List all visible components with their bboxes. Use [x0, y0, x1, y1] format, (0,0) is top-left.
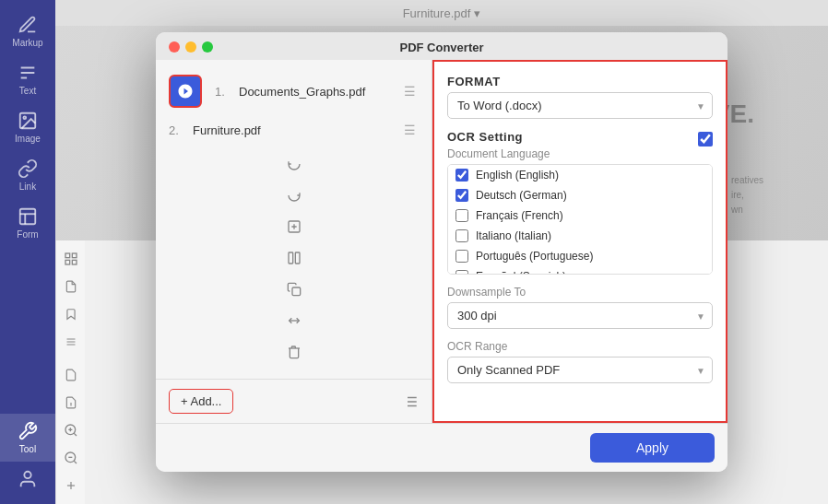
modal-footer: Apply — [156, 423, 727, 472]
main-area: Furniture.pdf ▾ TIVE. reatives ire,wn ut… — [55, 0, 828, 504]
ocr-range-section: OCR Range Only Scanned PDF All Pages Cus… — [447, 340, 713, 383]
modal-overlay: PDF Converter 1. — [55, 0, 828, 504]
file-list-footer: + Add... — [156, 379, 432, 423]
apply-button[interactable]: Apply — [590, 433, 715, 463]
format-label: FORMAT — [447, 75, 713, 88]
file-options-icon-2[interactable]: ☰ — [404, 123, 419, 137]
split-icon[interactable] — [280, 244, 308, 272]
window-controls — [169, 41, 213, 53]
downsample-section: Downsample To 300 dpi 150 dpi 72 dpi ▼ — [447, 286, 713, 329]
lang-checkbox-english[interactable] — [455, 169, 468, 182]
rotate-reverse-icon[interactable] — [280, 182, 308, 209]
doc-language-label: Document Language — [447, 147, 713, 160]
file-options-icon-1[interactable]: ☰ — [404, 84, 419, 99]
sidebar-item-markup[interactable]: Markup — [0, 7, 55, 55]
lang-checkbox-spanish[interactable] — [455, 270, 468, 275]
ocr-label: OCR Setting — [447, 130, 523, 144]
lang-item-english[interactable]: English (English) — [448, 165, 712, 185]
ocr-range-label: OCR Range — [447, 340, 713, 353]
settings-panel: FORMAT To Word (.docx) To Excel (.xlsx) … — [432, 60, 727, 423]
extract-icon[interactable] — [280, 213, 308, 240]
lang-item-italian[interactable]: Italiano (Italian) — [448, 226, 712, 246]
ocr-section: OCR Setting Document Language English (E… — [447, 130, 713, 275]
file-item-2[interactable]: 2. Furniture.pdf ☰ — [156, 115, 432, 145]
lang-checkbox-italian[interactable] — [455, 229, 468, 242]
delete-icon[interactable] — [280, 338, 308, 366]
sidebar-item-tool[interactable]: Tool — [0, 414, 55, 462]
modal-body: 1. Documents_Graphs.pdf ☰ 2. Furniture.p… — [156, 60, 727, 423]
modal-title: PDF Converter — [399, 41, 483, 54]
downsample-label: Downsample To — [447, 286, 713, 299]
window-maximize-button[interactable] — [202, 41, 213, 53]
ocr-range-select[interactable]: Only Scanned PDF All Pages Custom Range — [447, 357, 713, 383]
window-close-button[interactable] — [169, 41, 180, 53]
side-icons-panel — [156, 145, 432, 371]
file-list-content: 1. Documents_Graphs.pdf ☰ 2. Furniture.p… — [156, 60, 432, 379]
svg-point-1 — [23, 116, 26, 119]
downsample-select[interactable]: 300 dpi 150 dpi 72 dpi — [447, 302, 713, 329]
lang-item-french[interactable]: Français (French) — [448, 205, 712, 226]
downsample-select-wrap: 300 dpi 150 dpi 72 dpi ▼ — [447, 302, 713, 329]
lang-item-german[interactable]: Deutsch (German) — [448, 185, 712, 205]
file-item-1[interactable]: 1. Documents_Graphs.pdf ☰ — [156, 67, 432, 115]
file-thumb-1 — [169, 75, 202, 108]
add-files-button[interactable]: + Add... — [169, 389, 233, 414]
sidebar-item-image[interactable]: Image — [0, 103, 55, 151]
svg-rect-10 — [295, 252, 300, 264]
lang-checkbox-french[interactable] — [455, 209, 468, 222]
lang-checkbox-portuguese[interactable] — [455, 250, 468, 263]
svg-rect-9 — [289, 252, 293, 264]
language-list: English (English) Deutsch (German) Franç… — [447, 164, 713, 275]
svg-rect-11 — [292, 287, 301, 296]
sidebar-item-form[interactable]: Form — [0, 199, 55, 247]
svg-point-5 — [24, 472, 30, 478]
page-break-icon[interactable] — [280, 307, 308, 334]
sidebar-item-user[interactable] — [0, 462, 55, 497]
svg-rect-2 — [20, 209, 36, 225]
format-section: FORMAT To Word (.docx) To Excel (.xlsx) … — [447, 75, 713, 119]
window-minimize-button[interactable] — [185, 41, 196, 53]
lang-item-portuguese[interactable]: Português (Portuguese) — [448, 246, 712, 266]
left-sidebar: Markup Text Image Link Form Tool — [0, 0, 55, 504]
pdf-converter-modal: PDF Converter 1. — [156, 32, 727, 472]
lang-checkbox-german[interactable] — [455, 189, 468, 202]
rotate-icon[interactable] — [280, 150, 308, 178]
reorder-button[interactable] — [402, 393, 419, 410]
copy-icon[interactable] — [280, 275, 308, 303]
ocr-checkbox[interactable] — [698, 132, 713, 147]
sidebar-item-text[interactable]: Text — [0, 55, 55, 103]
format-select-wrap: To Word (.docx) To Excel (.xlsx) To Powe… — [447, 92, 713, 119]
ocr-range-select-wrap: Only Scanned PDF All Pages Custom Range … — [447, 357, 713, 383]
sidebar-item-link[interactable]: Link — [0, 151, 55, 199]
modal-titlebar: PDF Converter — [156, 32, 727, 60]
lang-item-spanish[interactable]: Español (Spanish) — [448, 266, 712, 275]
file-list-panel: 1. Documents_Graphs.pdf ☰ 2. Furniture.p… — [156, 60, 432, 423]
format-select[interactable]: To Word (.docx) To Excel (.xlsx) To Powe… — [447, 92, 713, 119]
ocr-header: OCR Setting — [447, 130, 713, 147]
